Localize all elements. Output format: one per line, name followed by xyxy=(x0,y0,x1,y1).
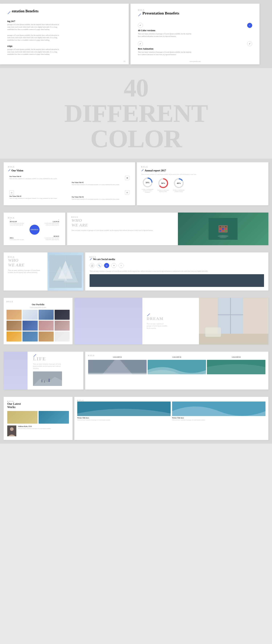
dream-right-content: DREAM There are many variations of passa… xyxy=(142,298,268,344)
slide-dream: DREAM There are many variations of passa… xyxy=(74,298,268,344)
kula-logo-portfolio: KULA xyxy=(6,301,13,302)
big-text-different: DIFFERENT xyxy=(11,101,261,126)
donut-sub-40: It takes a considerably of time to reach… xyxy=(172,189,185,192)
svg-rect-43 xyxy=(88,373,147,374)
kula-logo-gallery: KULA xyxy=(88,354,266,356)
mountain-svg xyxy=(49,255,82,288)
cargo-ship-svg xyxy=(208,218,238,240)
donut-50: 50% It takes a considerably of time to r… xyxy=(141,177,154,193)
team-member-title-2: Writer Title here xyxy=(172,417,266,419)
feature-text-color: There are many variations of passages of… xyxy=(138,33,192,38)
team-member-1: Writer Title here There are many variati… xyxy=(77,402,171,421)
diagonal-line-icon xyxy=(8,11,10,14)
section-timeline-who: KULA ↑ DEVELOP Lorem ipsum dolor sit ame… xyxy=(0,209,272,249)
social-ocean-image xyxy=(90,274,264,287)
slide-left-title: entation Benefets xyxy=(12,9,38,13)
big-text-40: 40 xyxy=(11,75,261,101)
tl-develop-text: Lorem ipsum dolor sit amet, consectetur … xyxy=(10,222,26,226)
team-grid: Writer Title here There are many variati… xyxy=(77,402,266,421)
slide-life: LIFE There are many variations of passag… xyxy=(4,352,84,390)
life-text: There are many variations of passages of… xyxy=(33,363,62,370)
check-icon-2: ✓ xyxy=(138,41,143,46)
portfolio-thumb-people xyxy=(38,321,54,330)
social-icon-globe: ◎ xyxy=(104,263,109,268)
kula-logo-team: KULA xyxy=(77,400,266,402)
latest-img-beach xyxy=(7,411,38,424)
svg-rect-8 xyxy=(220,226,221,228)
team-img-1 xyxy=(77,402,171,416)
life-title: LIFE xyxy=(33,356,78,362)
portfolio-thumb-brown xyxy=(6,321,22,330)
vision-item-3: ◎ Our Vision Title 03 There are many var… xyxy=(8,189,68,202)
svg-rect-16 xyxy=(225,230,227,232)
kula-logo-vision: KULA xyxy=(8,166,131,168)
big-text-color: COLOR xyxy=(11,126,261,152)
tl-launch-text: Lorem ipsum dolor sit amet, consectetur … xyxy=(43,222,59,226)
donut-row: 50% It takes a considerably of time to r… xyxy=(141,177,264,193)
portfolio-thumb-desk xyxy=(22,310,38,320)
timeline-layout: ↑ DEVELOP Lorem ipsum dolor sit amet, co… xyxy=(8,219,61,240)
svg-rect-9 xyxy=(222,226,224,228)
donut-chart-50: 50% xyxy=(142,177,153,188)
gallery-header-3: GALLERY 03 xyxy=(207,356,266,358)
timeline-center: STRATEGY xyxy=(30,225,40,235)
section-vision-annual: KULA Our Vision Our Vision Title 01 Ther… xyxy=(0,159,272,209)
slide-url: www.yoursite.com xyxy=(130,60,259,62)
person-info: Addison Kulu, CEO There are many variati… xyxy=(18,426,69,430)
latest-person: Addison Kulu, CEO There are many variati… xyxy=(7,426,69,436)
tl-idea-text: Lorem ipsum dolor sit amet. xyxy=(10,239,24,240)
who-content: KULA WHOWE ARE There are many variations… xyxy=(67,212,178,245)
team-member-2: Writer Title here There are many variati… xyxy=(172,402,266,421)
kula-logo-annual: KULA xyxy=(141,166,264,168)
donut-label-90: 90% xyxy=(161,182,165,184)
who-image-cargo xyxy=(178,212,268,245)
tl-develop: ↑ DEVELOP Lorem ipsum dolor sit amet, co… xyxy=(10,219,26,226)
dream-text: There are many variations of passages of… xyxy=(147,323,168,329)
portfolio-thumb-blue-pen xyxy=(22,321,38,330)
section-latest-team: KULA Our LatestWorks Addison Kulu, CEO T… xyxy=(0,393,272,444)
section-big-text: 40 DIFFERENT COLOR xyxy=(0,68,272,159)
check-icon-blue: ✓ xyxy=(247,23,252,28)
check-icon-3: ✓ xyxy=(247,41,252,46)
life-right-content: LIFE There are many variations of passag… xyxy=(28,352,84,390)
gallery-col-3: GALLERY 03 xyxy=(207,356,266,374)
svg-rect-15 xyxy=(222,230,224,232)
slide-benefits-right: KULA Presentation Benefets ✓ 40 Color ve… xyxy=(130,4,259,64)
portfolio-thumb-orange xyxy=(6,332,22,342)
vision-title-2: Our Vision Title 02 xyxy=(72,182,130,183)
svg-rect-14 xyxy=(220,230,221,232)
globe-icon: ◎ xyxy=(104,263,109,268)
gallery-teal-svg xyxy=(207,360,266,374)
slide-annual-report: KULA Annual report 2017 There are many v… xyxy=(137,162,268,206)
vision-grid: Our Vision Title 01 There are many varia… xyxy=(8,174,131,202)
gallery-row: GALLERY 01 GALLERY 02 xyxy=(88,356,266,374)
person-portrait xyxy=(7,426,16,436)
vision-icon-2: ▣ xyxy=(125,176,129,180)
tl-launch-num: ↑ xyxy=(43,219,59,220)
portfolio-thumb-portrait xyxy=(54,321,70,330)
vision-item-4: ⊞ Our Vision Title 04 There are many var… xyxy=(70,189,131,202)
latest-img-ocean xyxy=(38,411,69,424)
tl-idea: IDEA Lorem ipsum dolor sit amet. xyxy=(10,237,24,240)
svg-rect-12 xyxy=(222,228,224,230)
tl-launch: ↑ LAUNCH Lorem ipsum dolor sit amet, con… xyxy=(43,219,59,226)
team-member-title-1: Writer Title here xyxy=(77,417,171,419)
svg-rect-10 xyxy=(225,226,227,228)
tl-design-label: DESIGN xyxy=(43,236,59,237)
who-text-2: There are many variations of passages of… xyxy=(8,269,43,274)
team-wave-svg xyxy=(172,402,266,416)
slide-page-number: 22 xyxy=(124,60,125,62)
feature-title-1: ing 24/7 xyxy=(7,20,122,23)
feature-title-anim: Best Animation xyxy=(138,47,193,50)
feature-text-2: passages of Lorem Ipsum available, but t… xyxy=(7,34,62,42)
social-icon-bars: ≡ xyxy=(118,263,124,268)
gallery-mountain-svg xyxy=(88,360,147,374)
donut-label-50: 50% xyxy=(146,181,150,184)
portfolio-thumb-food xyxy=(6,310,22,320)
section-portfolio-dream: KULA Our Portfolio Lorem ipsum dolor sit… xyxy=(0,294,272,348)
check-icon-blue-wrap: ✓ xyxy=(197,23,252,38)
social-icons-row: ⬜ 🔍 ◎ ✦ ≡ xyxy=(90,263,264,268)
vision-text-1: There are many variations of Lorem Ipsum… xyxy=(10,178,67,180)
vision-icon-3: ◎ xyxy=(10,190,14,194)
tl-develop-label: DEVELOP xyxy=(10,221,26,222)
